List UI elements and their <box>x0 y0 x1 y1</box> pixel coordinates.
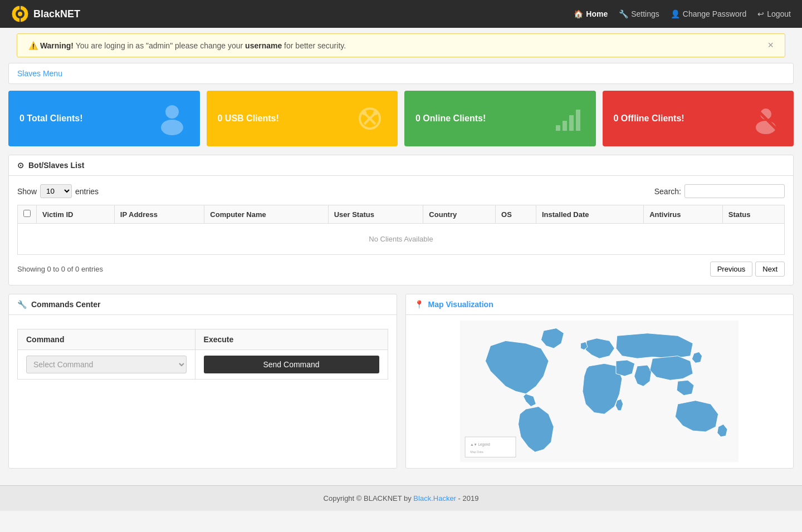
col-status: Status <box>722 205 784 224</box>
entries-label: entries <box>75 187 99 196</box>
col-os: OS <box>496 205 536 224</box>
select-all-checkbox[interactable] <box>23 210 31 217</box>
previous-button[interactable]: Previous <box>710 262 753 277</box>
table-controls: Show 10 25 50 100 entries Search: <box>17 184 785 198</box>
col-country: Country <box>423 205 496 224</box>
svg-rect-13 <box>563 121 567 131</box>
slaves-menu-link[interactable]: Slaves Menu <box>17 69 62 78</box>
nav-home-label: Home <box>586 9 608 18</box>
search-box: Search: <box>654 184 785 198</box>
slaves-menu-section: Slaves Menu <box>8 63 794 84</box>
table-body: No Clients Available <box>18 224 785 255</box>
footer-text-after: - 2019 <box>456 494 478 503</box>
footer-link[interactable]: Black.Hacker <box>413 494 456 503</box>
entries-select[interactable]: 10 25 50 100 <box>40 184 72 198</box>
pagination-row: Showing 0 to 0 of 0 entries Previous Nex… <box>17 262 785 277</box>
search-input[interactable] <box>684 184 785 198</box>
stat-offline-label: 0 Offline Clients! <box>614 114 684 124</box>
home-icon: 🏠 <box>574 9 583 18</box>
nav-item-settings[interactable]: 🔧 Settings <box>619 9 659 18</box>
wrench-icon: 🔧 <box>17 300 27 309</box>
nav-item-logout[interactable]: ↩ Logout <box>757 9 791 18</box>
next-button[interactable]: Next <box>755 262 785 277</box>
world-map: ▲▼ Legend Map Data <box>460 321 739 462</box>
stat-card-offline[interactable]: 0 Offline Clients! <box>603 91 794 146</box>
commands-panel-body: Command Execute Select Command <box>9 315 397 388</box>
commands-title: Commands Center <box>31 300 100 309</box>
nav-item-home[interactable]: 🏠 Home <box>574 9 608 18</box>
svg-rect-14 <box>569 115 574 131</box>
cmd-col-execute: Execute <box>195 329 388 350</box>
warning-before: You are loging in as "admin" please chan… <box>76 41 245 50</box>
logout-icon: ↩ <box>757 9 764 18</box>
commands-row: Select Command Send Command <box>18 350 388 380</box>
stat-card-online[interactable]: 0 Online Clients! <box>404 91 596 146</box>
nav-changepass-label: Change Password <box>683 9 746 18</box>
warning-banner: ⚠️ Warning! You are loging in as "admin"… <box>17 33 785 57</box>
logo-icon <box>11 5 29 23</box>
col-antivirus: Antivirus <box>644 205 723 224</box>
commands-panel-header: 🔧 Commands Center <box>9 294 397 315</box>
show-entries: Show 10 25 50 100 entries <box>17 184 99 198</box>
footer: Copyright © BLACKNET by Black.Hacker - 2… <box>0 485 802 511</box>
warning-after: for better security. <box>282 41 346 50</box>
settings-icon: 🔧 <box>619 9 628 18</box>
command-select[interactable]: Select Command <box>26 356 187 373</box>
show-label: Show <box>17 187 37 196</box>
warning-text: ⚠️ Warning! You are loging in as "admin"… <box>28 41 346 50</box>
svg-point-10 <box>362 111 366 115</box>
svg-point-6 <box>161 120 183 135</box>
bot-panel-body: Show 10 25 50 100 entries Search: <box>9 176 793 285</box>
navbar: BlackNET 🏠 Home 🔧 Settings 👤 Change Pass… <box>0 0 802 28</box>
map-pin-icon: 📍 <box>414 300 424 309</box>
bot-panel-title: Bot/Slaves List <box>28 161 84 170</box>
col-computer-name: Computer Name <box>204 205 328 224</box>
stat-card-usb[interactable]: 0 USB Clients! <box>207 91 398 146</box>
svg-text:▲▼ Legend: ▲▼ Legend <box>470 442 490 447</box>
warning-close-button[interactable]: × <box>767 40 774 51</box>
svg-rect-15 <box>576 110 580 131</box>
col-ip-address: IP Address <box>114 205 204 224</box>
user-icon: 👤 <box>671 9 680 18</box>
brand: BlackNET <box>11 5 80 23</box>
svg-text:Map Data: Map Data <box>470 450 484 454</box>
col-user-status: User Status <box>328 205 423 224</box>
map-panel-header: 📍 Map Visualization <box>406 294 794 315</box>
warning-bold: username <box>245 41 282 50</box>
bot-slaves-panel: ⊙ Bot/Slaves List Show 10 25 50 100 entr… <box>8 155 794 285</box>
data-table: Victim ID IP Address Computer Name User … <box>17 205 785 255</box>
nav-item-change-password[interactable]: 👤 Change Password <box>671 9 746 18</box>
bot-icon: ⊙ <box>17 161 24 170</box>
empty-row: No Clients Available <box>18 224 785 255</box>
svg-point-11 <box>373 111 378 115</box>
nav-links: 🏠 Home 🔧 Settings 👤 Change Password ↩ Lo… <box>574 9 791 18</box>
stat-online-label: 0 Online Clients! <box>415 114 486 124</box>
nav-settings-label: Settings <box>631 9 659 18</box>
brand-name: BlackNET <box>33 8 80 20</box>
pagination-info: Showing 0 to 0 of 0 entries <box>17 265 103 273</box>
map-title: Map Visualization <box>428 300 493 309</box>
svg-point-2 <box>18 12 22 16</box>
pagination-buttons: Previous Next <box>710 262 785 277</box>
svg-rect-20 <box>465 437 516 457</box>
bottom-row: 🔧 Commands Center Command Execute <box>8 294 794 477</box>
offline-icon <box>749 102 783 135</box>
signal-icon <box>551 102 585 135</box>
stats-row: 0 Total Clients! 0 USB Clients! 0 Online… <box>8 91 794 146</box>
table-header: Victim ID IP Address Computer Name User … <box>18 205 785 224</box>
person-icon <box>155 102 189 135</box>
stat-total-label: 0 Total Clients! <box>19 114 83 124</box>
map-vis-panel: 📍 Map Visualization <box>405 294 794 469</box>
commands-center-panel: 🔧 Commands Center Command Execute <box>8 294 397 469</box>
usb-icon <box>353 102 387 135</box>
bot-panel-header: ⊙ Bot/Slaves List <box>9 155 793 176</box>
empty-message: No Clients Available <box>18 224 785 255</box>
col-installed-date: Installed Date <box>536 205 643 224</box>
main-content: ⚠️ Warning! You are loging in as "admin"… <box>0 33 802 485</box>
warning-prefix: Warning! <box>40 41 74 50</box>
svg-point-5 <box>165 105 179 119</box>
nav-logout-label: Logout <box>767 9 791 18</box>
send-command-button[interactable]: Send Command <box>204 356 379 373</box>
commands-table: Command Execute Select Command <box>17 329 388 380</box>
stat-card-total[interactable]: 0 Total Clients! <box>8 91 200 146</box>
